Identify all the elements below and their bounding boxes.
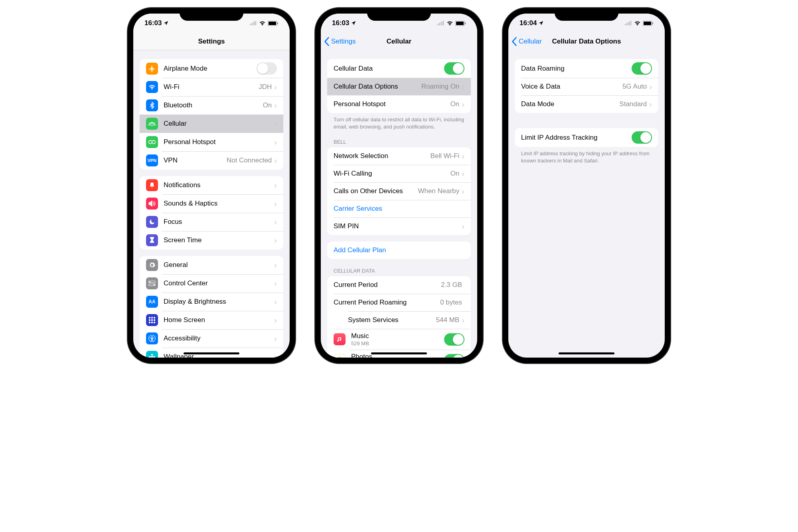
row-airplane-mode[interactable]: Airplane Mode bbox=[140, 59, 283, 78]
chevron-right-icon: › bbox=[649, 83, 652, 91]
row-calls-other-devices[interactable]: Calls on Other Devices When Nearby › bbox=[327, 182, 471, 200]
row-wifi-calling[interactable]: Wi-Fi Calling On › bbox=[327, 165, 471, 182]
row-home-screen[interactable]: Home Screen › bbox=[140, 311, 283, 329]
row-label: Bluetooth bbox=[164, 101, 263, 109]
back-label: Cellular bbox=[519, 38, 542, 45]
ip-tracking-group: Limit IP Address Tracking bbox=[515, 128, 658, 147]
bluetooth-icon bbox=[146, 99, 158, 111]
home-indicator[interactable] bbox=[371, 352, 427, 354]
row-vpn[interactable]: VPN VPN Not Connected › bbox=[140, 151, 283, 170]
svg-rect-29 bbox=[437, 24, 439, 26]
row-label: Current Period bbox=[334, 281, 441, 289]
gear-icon bbox=[146, 259, 158, 271]
row-label: Airplane Mode bbox=[164, 65, 257, 73]
airplane-toggle[interactable] bbox=[257, 62, 277, 75]
row-cellular-data-options[interactable]: Cellular Data Options Roaming On › bbox=[327, 78, 471, 95]
row-personal-hotspot[interactable]: Personal Hotspot On › bbox=[327, 95, 471, 113]
row-personal-hotspot[interactable]: Personal Hotspot › bbox=[140, 133, 283, 151]
photos-data-toggle[interactable] bbox=[444, 354, 464, 358]
row-carrier-services[interactable]: Carrier Services bbox=[327, 200, 471, 218]
row-add-cellular-plan[interactable]: Add Cellular Plan bbox=[327, 241, 471, 259]
location-icon bbox=[163, 20, 169, 26]
data-options-group: Data Roaming Voice & Data 5G Auto › Data… bbox=[515, 59, 658, 113]
svg-rect-14 bbox=[151, 317, 153, 318]
wifi-icon bbox=[259, 21, 266, 26]
svg-point-10 bbox=[149, 281, 150, 283]
chevron-right-icon: › bbox=[462, 170, 464, 178]
row-sub: 529 MB bbox=[351, 340, 444, 346]
vpn-icon: VPN bbox=[146, 154, 158, 166]
svg-rect-1 bbox=[252, 23, 253, 25]
home-indicator[interactable] bbox=[184, 352, 239, 354]
chevron-right-icon: › bbox=[274, 261, 277, 269]
chevron-right-icon: › bbox=[274, 236, 277, 244]
row-value: Roaming On bbox=[421, 83, 459, 91]
svg-rect-43 bbox=[630, 21, 632, 26]
chevron-right-icon: › bbox=[462, 187, 464, 195]
row-label: Calls on Other Devices bbox=[334, 187, 418, 195]
notch bbox=[555, 8, 618, 21]
chevron-right-icon: › bbox=[274, 156, 277, 164]
row-value: JDH bbox=[259, 83, 272, 91]
content[interactable]: Airplane Mode Wi-Fi JDH › Bluetooth bbox=[133, 50, 290, 358]
svg-rect-0 bbox=[250, 24, 251, 26]
svg-rect-42 bbox=[628, 22, 630, 25]
wifi-settings-icon bbox=[146, 81, 158, 93]
row-screen-time[interactable]: Screen Time › bbox=[140, 231, 283, 249]
row-limit-ip-tracking[interactable]: Limit IP Address Tracking bbox=[515, 128, 658, 147]
row-bluetooth[interactable]: Bluetooth On › bbox=[140, 96, 283, 115]
add-plan-group: Add Cellular Plan bbox=[327, 241, 471, 259]
row-data-mode[interactable]: Data Mode Standard › bbox=[515, 95, 658, 113]
cellular-data-toggle[interactable] bbox=[444, 62, 464, 75]
row-label: Control Center bbox=[164, 279, 274, 287]
limit-ip-toggle[interactable] bbox=[632, 131, 652, 144]
row-notifications[interactable]: Notifications › bbox=[140, 176, 283, 194]
chevron-right-icon: › bbox=[462, 316, 464, 324]
row-general[interactable]: General › bbox=[140, 256, 283, 274]
row-sounds[interactable]: Sounds & Haptics › bbox=[140, 194, 283, 213]
svg-rect-2 bbox=[253, 22, 255, 25]
content[interactable]: Cellular Data Cellular Data Options Roam… bbox=[321, 50, 477, 358]
content[interactable]: Data Roaming Voice & Data 5G Auto › Data… bbox=[508, 50, 665, 358]
chevron-right-icon: › bbox=[274, 334, 277, 342]
row-voice-data[interactable]: Voice & Data 5G Auto › bbox=[515, 78, 658, 95]
svg-point-7 bbox=[149, 140, 152, 144]
nav-bar: Cellular Cellular Data Options bbox=[508, 33, 665, 50]
row-display[interactable]: AA Display & Brightness › bbox=[140, 293, 283, 311]
back-button[interactable]: Settings bbox=[324, 37, 356, 46]
row-value: On bbox=[450, 170, 460, 178]
row-data-roaming[interactable]: Data Roaming bbox=[515, 59, 658, 78]
back-label: Settings bbox=[331, 38, 356, 45]
row-sim-pin[interactable]: SIM PIN › bbox=[327, 218, 471, 235]
data-usage-header: CELLULAR DATA bbox=[334, 268, 464, 274]
music-app-icon bbox=[334, 333, 346, 345]
chevron-right-icon: › bbox=[274, 120, 277, 128]
row-app-music[interactable]: Music 529 MB bbox=[327, 329, 471, 350]
bell-icon bbox=[146, 179, 158, 191]
music-data-toggle[interactable] bbox=[444, 333, 464, 346]
row-value: 0 bytes bbox=[440, 299, 462, 307]
chevron-right-icon: › bbox=[274, 83, 277, 91]
row-accessibility[interactable]: Accessibility › bbox=[140, 329, 283, 348]
back-button[interactable]: Cellular bbox=[512, 37, 542, 46]
row-focus[interactable]: Focus › bbox=[140, 213, 283, 231]
data-roaming-toggle[interactable] bbox=[632, 62, 652, 75]
row-cellular[interactable]: Cellular › bbox=[140, 115, 283, 133]
row-label: Data Roaming bbox=[521, 65, 632, 73]
nav-bar: Settings Cellular bbox=[321, 33, 477, 50]
row-value: 5G Auto bbox=[622, 83, 647, 91]
data-usage-group: Current Period 2.3 GB Current Period Roa… bbox=[327, 276, 471, 358]
svg-point-28 bbox=[153, 356, 155, 358]
svg-rect-16 bbox=[149, 319, 150, 321]
svg-point-24 bbox=[151, 356, 153, 358]
row-wifi[interactable]: Wi-Fi JDH › bbox=[140, 78, 283, 96]
row-label: General bbox=[164, 261, 274, 269]
row-label: System Services bbox=[348, 316, 436, 324]
home-indicator[interactable] bbox=[559, 352, 614, 354]
row-cellular-data[interactable]: Cellular Data bbox=[327, 59, 471, 78]
wifi-icon bbox=[634, 21, 641, 26]
row-control-center[interactable]: Control Center › bbox=[140, 274, 283, 293]
row-system-services[interactable]: System Services 544 MB › bbox=[327, 311, 471, 329]
svg-rect-34 bbox=[456, 22, 464, 25]
row-network-selection[interactable]: Network Selection Bell Wi-Fi › bbox=[327, 147, 471, 165]
